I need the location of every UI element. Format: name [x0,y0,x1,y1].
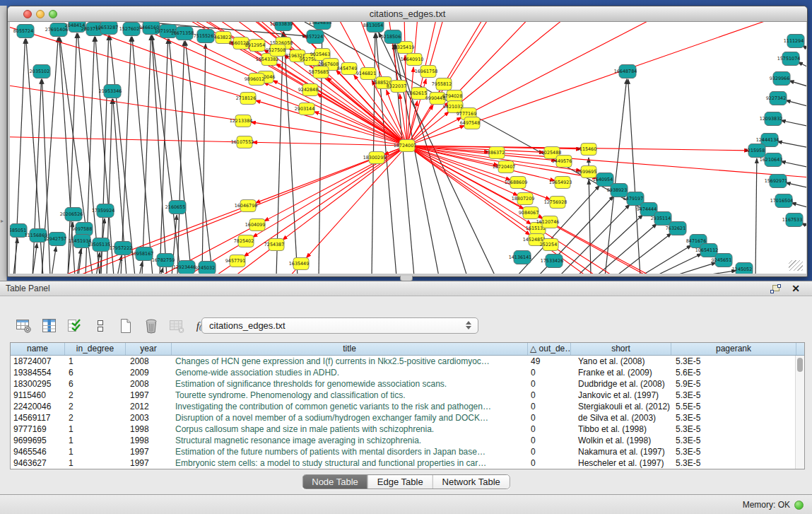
graph-node-label: 10958167 [131,251,154,257]
graph-node-label: 15692971 [765,178,788,184]
table-row[interactable]: 977716911998Corpus callosum shape and si… [11,424,795,435]
network-graph-canvas[interactable]: 1872400774638228660128891295416543382224… [10,22,806,274]
graph-node-label: 16671358 [171,30,194,36]
cell-out_degree: 0 [528,378,571,390]
column-visibility-icon[interactable] [40,317,59,335]
graph-node-label: 11325419 [392,45,415,50]
table-row[interactable]: 1938455462009Genome-wide association stu… [11,367,795,378]
float-window-icon[interactable] [770,284,781,293]
window-titlebar[interactable]: citations_edges.txt [8,6,807,22]
cell-year: 1997 [126,446,172,457]
graph-node-label: 9449576 [552,158,572,164]
column-header-year[interactable]: year [126,343,172,355]
graph-node-label: 7515526 [194,33,213,39]
window-resize-grip[interactable] [789,260,803,271]
cell-year: 2012 [126,401,172,412]
tab-network-table[interactable]: Network Table [433,475,510,489]
graph-node-label: 19654923 [549,180,572,185]
table-row[interactable]: 946362711997Embryonic stem cells: a mode… [11,457,795,469]
graph-node-label: 16046798 [235,203,258,209]
table-panel-title: Table Panel [6,281,50,296]
rows-icon[interactable] [90,317,110,335]
graph-node-label: 12756928 [544,199,567,205]
graph-node-label: 15751074 [777,56,801,62]
table-selector-dropdown[interactable]: citations_edges.txt [201,317,478,334]
table-row[interactable]: 946554611997Estimation of the future num… [11,446,795,457]
cell-title: Tourette syndrome. Phenomenology and cla… [172,390,528,401]
graph-node-label: 9777169 [457,111,476,117]
cell-out_degree: 0 [528,412,571,424]
panel-collapse-arrow-icon[interactable]: ▸ [1,218,4,224]
cell-name: 22420046 [11,401,65,412]
node-table: namein_degreeyeartitle△ out_de…shortpage… [10,342,805,469]
cell-pagerank: 5.3E-5 [671,390,795,401]
column-header-out_degree[interactable]: △ out_de… [528,343,571,355]
cell-out_degree: 0 [528,435,571,446]
graph-node-label: 16961758 [415,69,438,74]
cell-pagerank: 5.3E-5 [671,356,795,367]
network-graph: 1872400774638228660128891295416543382224… [10,22,806,274]
graph-node-label: 1604099 [245,222,265,228]
graph-node-label: 12093832 [760,116,783,122]
graph-node-label: 8055724 [13,28,33,34]
graph-node-label: 9242848 [298,87,318,93]
column-header-in_degree[interactable]: in_degree [65,343,126,355]
column-header-name[interactable]: name [11,343,65,355]
table-settings-icon[interactable] [14,317,33,335]
cell-short: Franke et al. (2009) [571,367,671,378]
table-type-tabs: Node Table Edge Table Network Table [302,474,510,489]
table-row[interactable]: 969969511998Structural magnetic resonanc… [11,435,795,446]
table-body: 1872400712008Changes of HCN gene express… [11,356,795,469]
cell-title: Investigating the contribution of common… [172,401,528,412]
table-row[interactable]: 1872400712008Changes of HCN gene express… [11,356,795,367]
vertical-scrollbar[interactable] [795,356,804,469]
cell-in_degree: 1 [65,424,126,435]
tab-node-table[interactable]: Node Table [302,475,367,489]
column-header-title[interactable]: title [172,343,528,355]
cell-short: Jankovic et al. (1997) [571,390,671,401]
table-panel: Table Panel ✕ [0,281,812,494]
table-row[interactable]: 911546021997Tourette syndrome. Phenomeno… [11,390,795,401]
graph-node-label: 18300295 [363,155,387,160]
new-document-icon[interactable] [116,317,135,335]
graph-node-label: 9097588 [72,226,92,232]
tab-edge-table[interactable]: Edge Table [367,475,433,489]
column-header-short[interactable]: short [571,343,671,355]
cell-year: 1998 [126,435,172,446]
column-header-pagerank[interactable]: pagerank [671,343,796,355]
row-select-icon[interactable] [65,317,84,335]
graph-node-label: 7632621 [666,226,686,231]
trash-icon[interactable] [141,317,160,335]
cell-name: 18300295 [11,378,65,390]
cell-year: 2008 [126,378,172,390]
graph-node-label: 9025463 [310,52,330,57]
network-view-window[interactable]: citations_edges.txt 18724007746382286601… [7,6,808,277]
cell-name: 9465546 [11,446,65,457]
memory-ok-indicator [794,501,804,510]
graph-node-label: 7955812 [432,81,452,87]
memory-status-label: Memory: OK [743,500,790,510]
table-toolbar: f(x) [14,316,211,336]
graph-node-label: 8322037 [387,83,406,89]
cell-year: 1997 [126,390,172,401]
graph-node-label: 2935114 [651,216,671,221]
close-icon[interactable]: ✕ [791,284,801,294]
graph-node-label: 8471676 [686,238,706,244]
cell-name: 9699695 [11,435,65,446]
table-row[interactable]: 1830029562008Estimation of significance … [11,378,795,390]
cell-pagerank: 5.3E-5 [671,457,795,469]
graph-node-label: 9457791 [225,258,245,264]
cell-pagerank: 5.6E-5 [671,367,795,378]
table-row[interactable]: 2242004622012Investigating the contribut… [11,401,795,412]
graph-node-label: 17533426 [541,258,564,264]
graph-node-label: 2718126 [236,95,256,101]
graph-node-label: 10025488 [539,150,562,156]
graph-node-label: 2160655 [165,204,185,210]
graph-node-label: 9896012 [245,76,264,82]
scrollbar-thumb[interactable] [797,358,803,372]
cell-short: Tibbo et al. (1998) [571,424,671,435]
graph-node-label: 16543382 [256,57,279,62]
cell-name: 9115460 [11,390,65,401]
table-row[interactable]: 1456911722003Disruption of a novel membe… [11,412,795,424]
graph-node-label: 15824855 [309,22,332,25]
